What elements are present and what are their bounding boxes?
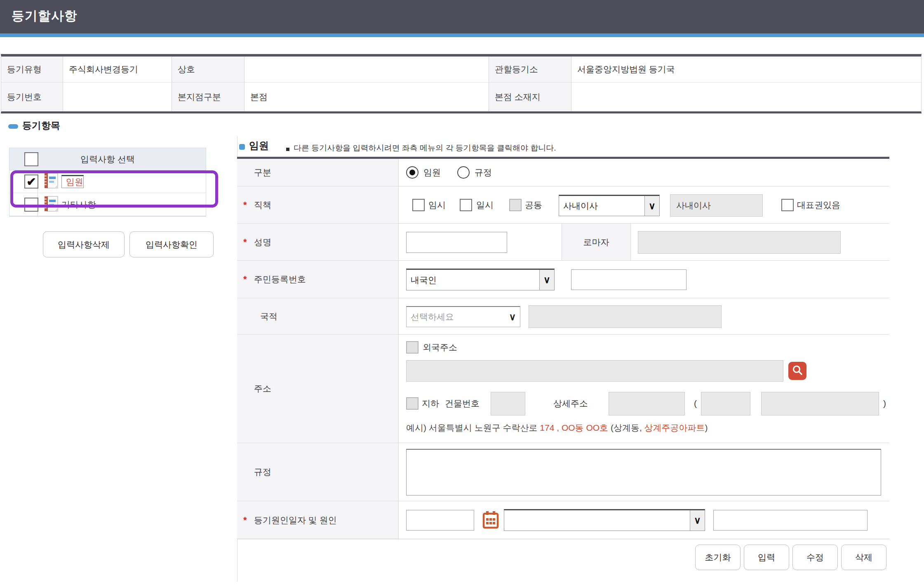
- oneday-checkbox-label: 일시: [476, 199, 494, 211]
- delete-button[interactable]: 삭제: [841, 545, 886, 570]
- example-prefix: 예시) 서울특별시 노원구 수락산로: [406, 423, 540, 432]
- position-label-cell: * 직책: [237, 186, 399, 223]
- form-row-resident-number: * 주민등록번호 내국인 ∨: [237, 261, 889, 298]
- section-bullet-icon: [239, 144, 245, 150]
- address-label-cell: 주소: [237, 335, 399, 443]
- joint-checkbox: [509, 199, 522, 211]
- reset-button[interactable]: 초기화: [695, 545, 741, 570]
- section-note: 다른 등기사항을 입력하시려면 좌측 메뉴의 각 등기항목을 클릭해야 합니다.: [294, 143, 556, 153]
- info-value-registration-type: 주식회사변경등기: [63, 57, 172, 83]
- form-row-name: * 성명 로마자: [237, 224, 889, 261]
- extra-address-input: [761, 392, 879, 415]
- required-asterisk: *: [243, 274, 254, 285]
- form-row-cause: * 등기원인일자 및 원인 ∨: [237, 501, 889, 539]
- example-highlight-2: 상계주공아파트: [644, 423, 705, 432]
- name-input[interactable]: [406, 232, 507, 253]
- input-button[interactable]: 입력: [744, 545, 789, 570]
- info-label-head-office-location: 본점 소재지: [489, 83, 571, 111]
- dong-input: [701, 392, 750, 415]
- info-label-office-type: 본지점구분: [172, 83, 245, 111]
- nationality-type-select[interactable]: 내국인 ∨: [406, 269, 555, 290]
- joint-checkbox-label: 공동: [525, 199, 542, 211]
- address-label: 주소: [254, 383, 271, 394]
- category-officer-radio-label: 임원: [423, 166, 441, 179]
- delete-items-button[interactable]: 입력사항삭제: [43, 231, 125, 257]
- nationality-label: 국적: [260, 311, 277, 322]
- building-number-label: 건물번호: [445, 397, 480, 410]
- info-label-registry-office: 관할등기소: [489, 57, 571, 83]
- highlight-box: [10, 170, 218, 208]
- menu-header-row: 입력사항 선택: [9, 148, 206, 170]
- category-regulation-radio-label: 규정: [475, 166, 492, 179]
- category-label: 구분: [254, 167, 271, 178]
- info-label-registration-number: 등기번호: [1, 83, 63, 111]
- position-select[interactable]: 사내이사 ∨: [559, 195, 660, 216]
- page-title: 등기할사항: [12, 7, 78, 25]
- info-label-registration-type: 등기유형: [1, 57, 63, 83]
- nationality-select-placeholder: 선택하세요: [411, 311, 454, 323]
- cause-detail-input[interactable]: [713, 510, 868, 531]
- form-row-category: 구분 임원 규정: [237, 159, 889, 186]
- paren-close: ): [883, 397, 886, 410]
- accent-line: [0, 33, 924, 37]
- address-search-button[interactable]: [788, 362, 806, 380]
- calendar-icon[interactable]: [482, 510, 499, 531]
- nationality-select: 선택하세요 ∨: [406, 306, 520, 327]
- representation-checkbox[interactable]: [781, 199, 794, 211]
- basement-checkbox: [406, 397, 419, 410]
- position-label: 직책: [254, 199, 271, 211]
- officer-form: 구분 임원 규정 * 직책 임시 일시 공동 사내이사 ∨ 사내이사: [237, 157, 889, 539]
- example-highlight-1: 174 , OO동 OO호: [540, 423, 611, 432]
- chevron-down-icon: ∨: [644, 196, 659, 216]
- category-regulation-radio[interactable]: [457, 166, 470, 179]
- info-value-trade-name: [245, 57, 489, 83]
- oneday-checkbox[interactable]: [460, 199, 472, 211]
- chevron-down-icon: ∨: [505, 307, 520, 327]
- cause-select[interactable]: ∨: [504, 509, 705, 531]
- position-select-value: 사내이사: [563, 200, 598, 212]
- registration-info-table: 등기유형 주식회사변경등기 상호 관할등기소 서울중앙지방법원 등기국 등기번호…: [1, 54, 922, 113]
- info-label-trade-name: 상호: [172, 57, 245, 83]
- modify-button[interactable]: 수정: [792, 545, 838, 570]
- page-header: 등기할사항: [0, 0, 924, 33]
- info-value-registry-office: 서울중앙지방법원 등기국: [571, 57, 921, 83]
- form-row-nationality: 국적 선택하세요 ∨: [237, 298, 889, 335]
- required-asterisk: *: [243, 237, 254, 248]
- example-suffix: ): [705, 423, 708, 432]
- address-input: [406, 360, 783, 382]
- cause-date-input[interactable]: [406, 510, 474, 531]
- form-action-buttons: 초기화 입력 수정 삭제: [237, 545, 889, 570]
- address-example-text: 예시) 서울특별시 노원구 수락산로 174 , OO동 OO호 (상계동, 상…: [406, 422, 708, 434]
- regulation-textarea[interactable]: [406, 449, 881, 495]
- romanized-name-input: [638, 231, 841, 254]
- temporary-checkbox-label: 임시: [428, 199, 446, 211]
- resident-number-input[interactable]: [571, 269, 687, 290]
- detail-address-input: [609, 392, 685, 415]
- chevron-down-icon: ∨: [690, 510, 705, 531]
- search-icon: [792, 364, 803, 377]
- required-asterisk: *: [243, 515, 254, 526]
- resident-number-label: 주민등록번호: [254, 274, 306, 285]
- chevron-down-icon: ∨: [539, 270, 554, 290]
- form-row-position: * 직책 임시 일시 공동 사내이사 ∨ 사내이사 대표권있음: [237, 186, 889, 224]
- form-row-regulation: 규정: [237, 443, 889, 501]
- nationality-label-cell: 국적: [237, 298, 399, 334]
- section-bullet-icon: [8, 124, 18, 129]
- info-value-office-type: 본점: [245, 83, 489, 111]
- nationality-input: [529, 305, 722, 328]
- info-value-head-office-location: [571, 83, 921, 111]
- name-label-cell: * 성명: [237, 224, 399, 260]
- resident-number-label-cell: * 주민등록번호: [237, 261, 399, 298]
- confirm-items-button[interactable]: 입력사항확인: [129, 231, 214, 257]
- category-officer-radio[interactable]: [406, 166, 419, 179]
- temporary-checkbox[interactable]: [412, 199, 425, 211]
- main-section-title: 임원: [249, 139, 269, 152]
- name-label: 성명: [254, 236, 271, 248]
- detail-address-label: 상세주소: [553, 397, 588, 410]
- regulation-label-cell: 규정: [237, 443, 399, 501]
- cause-label-cell: * 등기원인일자 및 원인: [237, 501, 399, 539]
- regulation-label: 규정: [254, 466, 271, 478]
- romanized-label-cell: 로마자: [562, 224, 631, 260]
- category-label-cell: 구분: [237, 159, 399, 186]
- cause-label: 등기원인일자 및 원인: [254, 514, 337, 526]
